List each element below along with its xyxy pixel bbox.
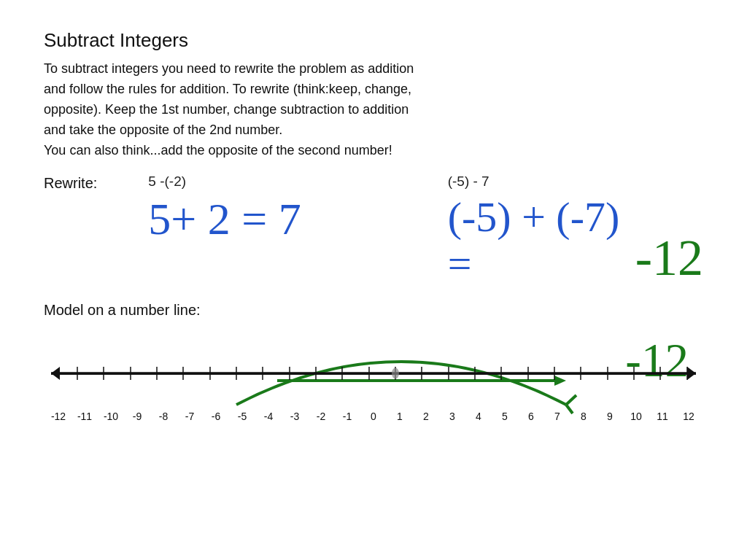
num-label: -7 <box>177 411 203 422</box>
svg-point-16 <box>392 368 399 379</box>
problem-right: (-5) - 7 (-5) + (-7) = -12 <box>404 174 703 287</box>
right-problem-container: (-5) - 7 (-5) + (-7) = -12 <box>448 174 703 287</box>
num-label: 10 <box>623 411 649 422</box>
rewrite-problems: 5 -(-2) 5+ 2 = 7 (-5) - 7 (-5) + (-7) = … <box>104 174 703 287</box>
rewrite-section: Rewrite: 5 -(-2) 5+ 2 = 7 (-5) - 7 (-5) … <box>44 174 703 287</box>
num-label: 3 <box>439 411 465 422</box>
num-label: -5 <box>229 411 255 422</box>
description-text: To subtract integers you need to rewrite… <box>44 59 703 160</box>
rewrite-label: Rewrite: <box>44 174 97 192</box>
num-label: 2 <box>413 411 439 422</box>
num-label: -9 <box>124 411 150 422</box>
model-label: Model on a number line: <box>44 302 703 319</box>
num-label: 1 <box>387 411 413 422</box>
num-label: 12 <box>676 411 702 422</box>
svg-marker-2 <box>687 367 696 380</box>
num-label: -10 <box>98 411 124 422</box>
num-label: 9 <box>597 411 623 422</box>
right-row: (-5) + (-7) = -12 <box>448 194 703 287</box>
problem-right-rewritten: (-5) + (-7) = <box>448 194 621 287</box>
number-line-svg <box>44 362 703 406</box>
number-line-area: -12 <box>44 326 703 421</box>
num-label: 7 <box>544 411 570 422</box>
num-label: 6 <box>518 411 544 422</box>
problem-left: 5 -(-2) 5+ 2 = 7 <box>104 174 403 287</box>
problem-left-rewritten: 5+ 2 = 7 <box>148 194 301 244</box>
num-label: 0 <box>360 411 387 422</box>
num-label: -4 <box>255 411 282 422</box>
page-title: Subtract Integers <box>44 29 703 52</box>
num-label: -8 <box>150 411 177 422</box>
page: Subtract Integers To subtract integers y… <box>0 0 747 560</box>
desc-line-1: To subtract integers you need to rewrite… <box>44 61 414 158</box>
problem-left-original: 5 -(-2) <box>148 174 186 190</box>
model-section: Model on a number line: -12 <box>44 302 703 421</box>
num-label: 8 <box>570 411 597 422</box>
number-labels: -12 -11 -10 -9 -8 -7 -6 -5 -4 -3 -2 -1 0… <box>44 411 703 422</box>
num-label: -1 <box>334 411 360 422</box>
svg-marker-1 <box>51 367 60 380</box>
num-label: -2 <box>308 411 334 422</box>
num-label: -12 <box>45 411 71 422</box>
problem-right-original: (-5) - 7 <box>448 174 489 190</box>
num-label: -6 <box>203 411 229 422</box>
num-label: 4 <box>465 411 492 422</box>
num-label: -3 <box>282 411 308 422</box>
problem-right-answer: -12 <box>635 229 703 287</box>
num-label: 11 <box>649 411 676 422</box>
number-line-container: -12 -11 -10 -9 -8 -7 -6 -5 -4 -3 -2 -1 0… <box>44 362 703 406</box>
num-label: 5 <box>492 411 518 422</box>
num-label: -11 <box>71 411 98 422</box>
